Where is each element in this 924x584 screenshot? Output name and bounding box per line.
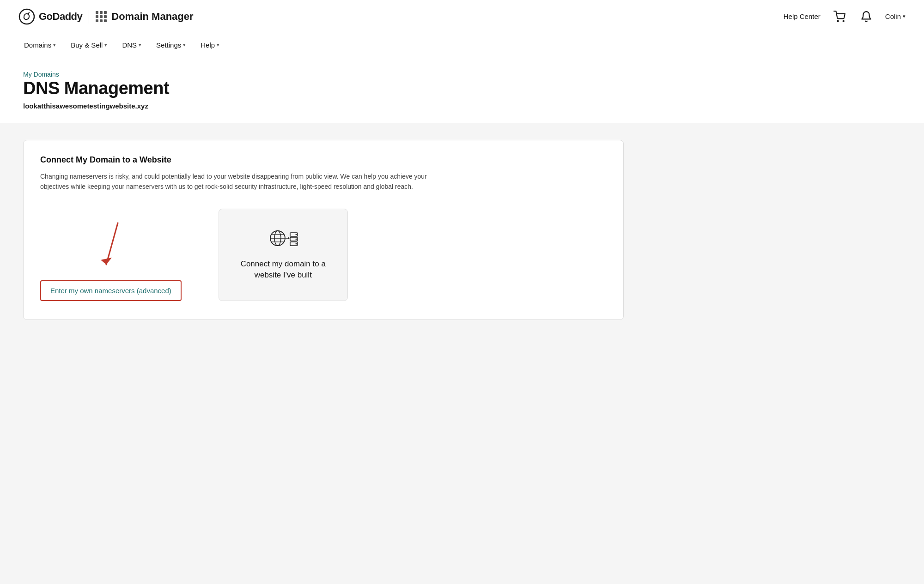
header-right: Help Center Colin ▾ [784,9,906,24]
website-option: Connect my domain to a website I've buil… [219,209,348,301]
user-menu-chevron: ▾ [903,13,906,19]
svg-line-3 [106,223,118,265]
app-title: Domain Manager [111,11,193,23]
nav-label-help: Help [201,41,215,49]
svg-marker-4 [101,258,112,265]
arrow-container [92,218,129,277]
logo-text: GoDaddy [39,11,82,23]
main-content: My Domains DNS Management lookatthisawes… [0,57,924,584]
nav-item-help[interactable]: Help ▾ [195,38,225,52]
nav-label-buy-sell: Buy & Sell [71,41,103,49]
nav-item-settings[interactable]: Settings ▾ [151,38,191,52]
enter-nameservers-button[interactable]: Enter my own nameservers (advanced) [40,280,182,301]
main-nav: Domains ▾ Buy & Sell ▾ DNS ▾ Settings ▾ … [0,33,924,57]
page-title: DNS Management [23,78,901,98]
svg-marker-11 [288,237,290,240]
website-card-text: Connect my domain to a website I've buil… [228,259,338,281]
globe-server-icon [268,229,298,251]
breadcrumb[interactable]: My Domains [23,71,59,78]
svg-point-15 [295,234,297,235]
logo-area: GoDaddy Domain Manager [18,8,194,25]
red-arrow-icon [92,218,129,274]
header-left: GoDaddy Domain Manager [18,8,194,25]
svg-point-0 [19,9,34,24]
apps-grid-icon[interactable] [96,11,107,22]
nav-chevron-domains: ▾ [53,42,56,48]
user-menu[interactable]: Colin ▾ [885,12,906,20]
svg-point-16 [295,238,297,240]
nameserver-option: Enter my own nameservers (advanced) [40,218,182,301]
nav-item-dns[interactable]: DNS ▾ [116,38,147,52]
godaddy-logo[interactable]: GoDaddy [18,8,82,25]
bell-icon [860,11,872,23]
cart-icon [833,11,845,23]
nav-chevron-dns: ▾ [139,42,141,48]
cart-button[interactable] [832,9,847,24]
card-options: Enter my own nameservers (advanced) [40,209,607,301]
domain-name: lookatthisawesometestingwebsite.xyz [23,102,901,110]
svg-point-17 [295,243,297,244]
card-section: Connect My Domain to a Website Changing … [0,123,924,337]
nav-item-buy-sell[interactable]: Buy & Sell ▾ [65,38,113,52]
user-name-text: Colin [885,12,901,20]
connect-website-card[interactable]: Connect my domain to a website I've buil… [219,209,348,301]
nav-item-domains[interactable]: Domains ▾ [18,38,61,52]
connect-domain-card: Connect My Domain to a Website Changing … [23,140,624,320]
header: GoDaddy Domain Manager Help Center [0,0,924,33]
svg-point-1 [837,20,838,21]
svg-point-2 [843,20,844,21]
header-divider [89,10,89,24]
nav-label-domains: Domains [24,41,51,49]
nav-chevron-settings: ▾ [183,42,186,48]
godaddy-logo-icon [18,8,35,25]
nav-chevron-buy-sell: ▾ [104,42,107,48]
notifications-button[interactable] [858,9,874,24]
nav-chevron-help: ▾ [217,42,219,48]
nav-label-settings: Settings [156,41,181,49]
nav-label-dns: DNS [122,41,137,49]
content-header: My Domains DNS Management lookatthisawes… [0,57,924,123]
card-title: Connect My Domain to a Website [40,155,607,165]
card-description: Changing nameservers is risky, and could… [40,171,456,192]
help-center-link[interactable]: Help Center [784,12,821,20]
